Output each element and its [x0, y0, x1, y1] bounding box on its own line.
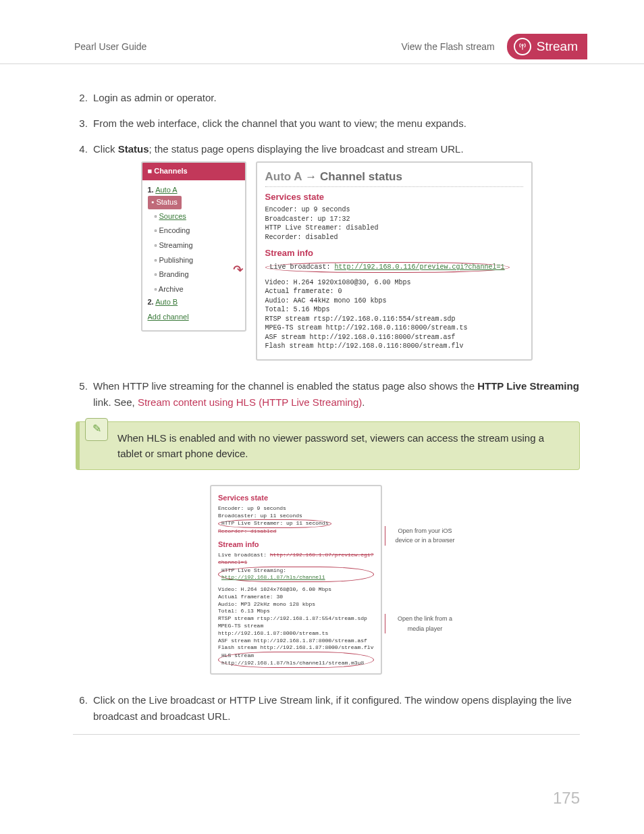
panel-title: Auto A → Channel status: [265, 170, 523, 185]
recorder-line-2: Recorder: disabled: [218, 528, 374, 536]
total-line: Total: 5.16 Mbps: [265, 305, 523, 315]
broadcaster-line-2: Broadcaster: up 11 seconds: [218, 513, 374, 520]
mpegts-line-2: MPEG-TS stream http://192.168.1.87:8000/…: [218, 623, 374, 637]
step-5-d: .: [362, 396, 365, 408]
step-6-text: Click on the Live broadcast or HTTP Live…: [93, 694, 572, 722]
flash-line: Flash stream http://192.168.0.116:8000/s…: [265, 342, 523, 351]
services-state-heading: Services state: [265, 191, 523, 203]
callout-arrow-icon: ↷: [233, 257, 244, 283]
sidebar-item-encoding[interactable]: ▫ Encoding: [148, 224, 240, 238]
asf-line-2: ASF stream http://192.168.1.87:8000/stre…: [218, 637, 374, 645]
step-5-c: link. See,: [93, 396, 138, 408]
channel-auto-a-link[interactable]: Auto A: [155, 186, 177, 194]
step-list: Login as admin or operator. From the web…: [73, 90, 580, 725]
httplive-oval: HTTP Live Streamer: up 11 seconds: [218, 519, 331, 528]
hls-status-panel: Services state Encoder: up 9 seconds Bro…: [210, 485, 382, 675]
channel-2-number: 2.: [148, 298, 154, 306]
sidebar-body: 1. Auto A ▪ Status ▫ Sources ▫ Encoding …: [142, 180, 245, 330]
step-5-b: HTTP Live Streaming: [477, 380, 579, 392]
step-4-bold: Status: [118, 143, 149, 155]
sidebar-item-status[interactable]: ▪ Status: [148, 196, 182, 209]
flash-line-2: Flash stream http://192.168.1.87:8000/st…: [218, 644, 374, 652]
video-line-2: Video: H.264 1024x768@30, 6.00 Mbps: [218, 586, 374, 594]
stream-info-heading-2: Stream info: [218, 540, 374, 550]
svg-point-0: [522, 45, 523, 46]
step-2-text: Login as admin or operator.: [93, 92, 217, 103]
sidebar-item-publishing[interactable]: ▫ Publishing: [148, 253, 240, 268]
step-4-pre: Click: [93, 143, 118, 155]
page-header: Pearl User Guide View the Flash stream S…: [0, 34, 644, 64]
services-state-heading-2: Services state: [218, 493, 374, 503]
live-broadcast-label: Live broadcast:: [270, 263, 335, 271]
channel-auto-b-link[interactable]: Auto B: [155, 298, 178, 306]
step-6: Click on the Live broadcast or HTTP Live…: [90, 692, 580, 725]
stream-info-heading: Stream info: [265, 247, 523, 259]
step-2: Login as admin or operator.: [90, 90, 580, 106]
tip-box: ✎ When HLS is enabled and with no viewer…: [76, 421, 580, 471]
callout-bottom: Open the link from a media player: [385, 614, 460, 633]
total-line-2: Total: 6.13 Mbps: [218, 608, 374, 615]
header-guide-title: Pearl User Guide: [74, 41, 402, 52]
encoder-line: Encoder: up 9 seconds: [265, 205, 523, 215]
step-3: From the web interface, click the channe…: [90, 115, 580, 132]
sidebar-item-branding[interactable]: ▫ Branding: [148, 267, 240, 282]
tip-text: When HLS is enabled and with no viewer p…: [117, 430, 568, 462]
step-4: Click Status; the status page opens disp…: [90, 141, 580, 361]
hls-link[interactable]: Stream content using HLS (HTTP Live Stre…: [138, 396, 362, 408]
fps-line: Actual framerate: 0: [265, 287, 523, 296]
live-broadcast-url[interactable]: http://192.168.0.116/preview.cgi?channel…: [335, 263, 505, 271]
httplive-line: HTTP Live Streamer: disabled: [265, 224, 523, 233]
broadcaster-line: Broadcaster: up 17:32: [265, 215, 523, 224]
add-channel-link[interactable]: Add channel: [148, 313, 189, 321]
asf-line: ASF stream http://192.168.0.116:8000/str…: [265, 333, 523, 342]
live-broadcast-circled: Live broadcast: http://192.168.0.116/pre…: [265, 262, 510, 273]
badge-label: Stream: [537, 39, 578, 54]
fps-line-2: Actual framerate: 30: [218, 594, 374, 601]
stream-badge: Stream: [507, 34, 587, 59]
live-broadcast-line-2: Live broadcast: http://192.168.1.87/prev…: [218, 552, 374, 567]
rtsp-line: RTSP stream rtsp://192.168.0.116:554/str…: [265, 315, 523, 324]
page-content: Login as admin or operator. From the web…: [0, 64, 644, 725]
rtsp-line-2: RTSP stream rtsp://192.168.1.87:554/stre…: [218, 615, 374, 623]
audio-line-2: Audio: MP3 22kHz mono 128 kbps: [218, 601, 374, 608]
step-5: When HTTP live streaming for the channel…: [90, 378, 580, 675]
hls-oval: HTTP Live Streaming: http://192.168.1.87…: [218, 567, 374, 583]
figure-callouts: Open from your iOS device or in a browse…: [382, 485, 463, 675]
hls-stream-oval: HLS stream http://192.168.1.87/hls/chann…: [218, 652, 374, 668]
note-icon: ✎: [85, 418, 108, 441]
step-5-a: When HTTP live streaming for the channel…: [93, 380, 477, 392]
channel-1-number: 1.: [148, 186, 154, 194]
channels-sidebar: ■ Channels 1. Auto A ▪ Status ▫ Sources …: [141, 161, 246, 332]
video-line: Video: H.264 1920x1080@30, 6.00 Mbps: [265, 278, 523, 288]
figure-channel-status: ■ Channels 1. Auto A ▪ Status ▫ Sources …: [141, 161, 533, 361]
header-section-title: View the Flash stream: [402, 41, 495, 52]
figure-hls-status: Services state Encoder: up 9 seconds Bro…: [210, 485, 463, 675]
sidebar-item-sources[interactable]: ▫ Sources: [148, 209, 240, 224]
hls-url[interactable]: http://192.168.1.87/hls/channel1: [221, 574, 325, 580]
antenna-icon: [514, 38, 531, 55]
sidebar-heading: ■ Channels: [142, 163, 245, 180]
step-4-post: ; the status page opens displaying the l…: [149, 143, 464, 155]
sidebar-item-streaming[interactable]: ▫ Streaming: [148, 238, 240, 253]
callout-top: Open from your iOS device or in a browse…: [385, 526, 460, 546]
channel-status-panel: ↷ Auto A → Channel status Services state…: [256, 161, 533, 361]
mpegts-line: MPEG-TS stream http://192.168.0.116:8000…: [265, 323, 523, 333]
recorder-line: Recorder: disabled: [265, 233, 523, 242]
page-number: 175: [0, 735, 644, 808]
audio-line: Audio: AAC 44kHz mono 160 kbps: [265, 296, 523, 306]
step-3-text: From the web interface, click the channe…: [93, 118, 466, 129]
sidebar-item-archive[interactable]: ▫ Archive: [148, 282, 240, 297]
encoder-line-2: Encoder: up 9 seconds: [218, 505, 374, 513]
